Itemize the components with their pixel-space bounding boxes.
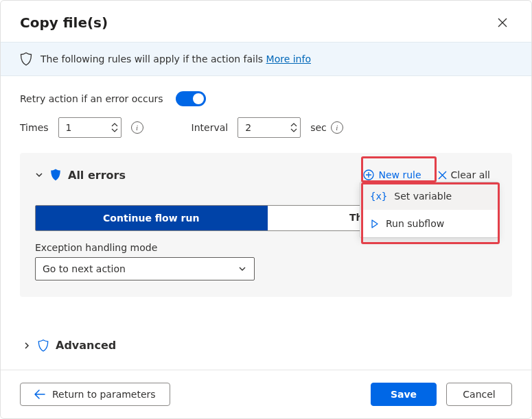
plus-circle-icon [363, 169, 374, 180]
play-icon [370, 219, 379, 228]
x-icon [438, 171, 447, 180]
chevron-down-icon[interactable] [111, 128, 118, 133]
return-to-parameters-button[interactable]: Return to parameters [20, 383, 170, 406]
continue-flow-button[interactable]: Continue flow run [35, 205, 268, 231]
chevron-right-icon [23, 342, 31, 350]
errors-panel: All errors New rule Clear all {x} Set va… [20, 153, 512, 297]
times-value: 1 [59, 122, 111, 133]
arrow-left-icon [34, 390, 45, 399]
dropdown-item-set-variable[interactable]: {x} Set variable [360, 182, 498, 210]
more-info-link[interactable]: More info [266, 53, 311, 64]
interval-value: 2 [238, 122, 290, 133]
dialog-title: Copy file(s) [20, 14, 108, 31]
times-label: Times [20, 122, 49, 133]
errors-title-text: All errors [68, 169, 126, 182]
shield-filled-icon [50, 169, 61, 181]
chevron-down-icon [35, 171, 43, 179]
cancel-button[interactable]: Cancel [446, 383, 512, 406]
advanced-label: Advanced [56, 339, 116, 352]
new-rule-dropdown: {x} Set variable Run subflow [360, 182, 498, 238]
mode-value: Go to next action [43, 263, 126, 274]
retry-toggle[interactable] [176, 91, 206, 106]
shield-icon [20, 52, 32, 66]
info-icon[interactable]: i [331, 121, 343, 134]
braces-icon: {x} [370, 191, 387, 202]
info-banner-text: The following rules will apply if the ac… [41, 53, 311, 64]
mode-label: Exception handling mode [35, 242, 497, 253]
advanced-expand[interactable]: Advanced [20, 337, 512, 353]
retry-label: Retry action if an error occurs [20, 93, 163, 104]
chevron-down-icon [238, 264, 247, 274]
chevron-up-icon[interactable] [111, 122, 118, 128]
chevron-down-icon[interactable] [290, 128, 297, 133]
interval-input[interactable]: 2 [238, 117, 301, 138]
interval-unit: sec [310, 122, 327, 133]
dropdown-item-run-subflow[interactable]: Run subflow [360, 210, 498, 237]
mode-select[interactable]: Go to next action [35, 257, 255, 280]
close-icon [498, 18, 507, 27]
interval-label: Interval [192, 122, 229, 133]
info-banner: The following rules will apply if the ac… [1, 42, 531, 76]
chevron-up-icon[interactable] [290, 122, 297, 128]
errors-expand[interactable]: All errors [35, 169, 126, 182]
times-input[interactable]: 1 [58, 117, 122, 138]
shield-outline-icon [38, 339, 49, 352]
info-icon[interactable]: i [131, 121, 143, 134]
save-button[interactable]: Save [371, 383, 437, 406]
close-button[interactable] [493, 13, 512, 32]
